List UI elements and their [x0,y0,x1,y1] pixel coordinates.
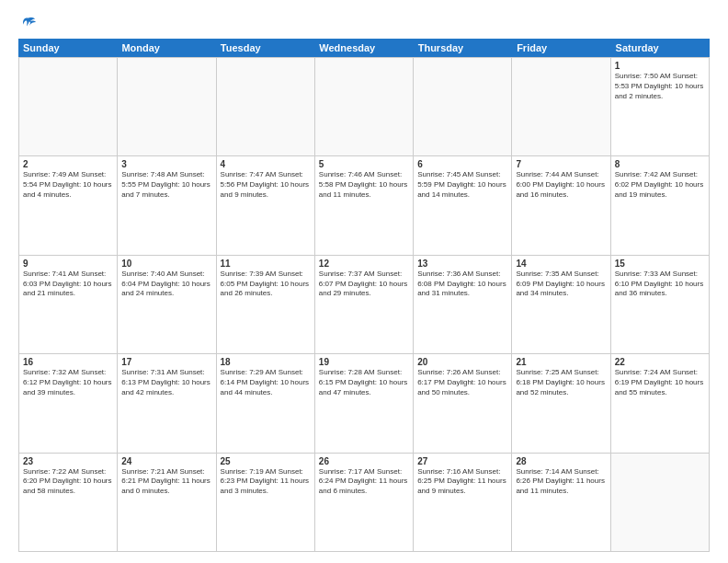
header-day-tuesday: Tuesday [216,39,314,57]
day-number: 4 [221,159,311,169]
calendar-cell-11: 11Sunrise: 7:39 AM Sunset: 6:05 PM Dayli… [217,256,315,353]
day-number: 28 [516,456,606,466]
day-number: 18 [221,357,311,367]
calendar-cell-27: 27Sunrise: 7:16 AM Sunset: 6:25 PM Dayli… [414,454,512,551]
calendar-cell-empty-4-6 [611,454,710,551]
calendar: SundayMondayTuesdayWednesdayThursdayFrid… [18,39,710,552]
calendar-cell-6: 6Sunrise: 7:45 AM Sunset: 5:59 PM Daylig… [414,156,512,254]
day-info: Sunrise: 7:25 AM Sunset: 6:18 PM Dayligh… [516,368,606,397]
day-info: Sunrise: 7:32 AM Sunset: 6:12 PM Dayligh… [23,368,113,397]
day-number: 23 [23,456,113,466]
day-number: 19 [319,357,409,367]
day-number: 16 [23,357,113,367]
day-info: Sunrise: 7:48 AM Sunset: 5:55 PM Dayligh… [121,170,211,200]
header-day-sunday: Sunday [18,39,117,57]
calendar-header: SundayMondayTuesdayWednesdayThursdayFrid… [18,39,710,57]
calendar-row-3: 9Sunrise: 7:41 AM Sunset: 6:03 PM Daylig… [19,256,710,354]
calendar-cell-24: 24Sunrise: 7:21 AM Sunset: 6:21 PM Dayli… [118,454,216,551]
logo-bird-icon [20,15,37,31]
day-number: 3 [121,159,211,169]
day-info: Sunrise: 7:49 AM Sunset: 5:54 PM Dayligh… [23,170,113,200]
day-number: 7 [516,159,606,169]
calendar-cell-13: 13Sunrise: 7:36 AM Sunset: 6:08 PM Dayli… [414,256,512,353]
day-number: 15 [615,259,705,269]
day-info: Sunrise: 7:39 AM Sunset: 6:05 PM Dayligh… [221,270,311,299]
day-info: Sunrise: 7:45 AM Sunset: 5:59 PM Dayligh… [417,170,507,200]
header-day-friday: Friday [512,39,610,57]
day-info: Sunrise: 7:19 AM Sunset: 6:23 PM Dayligh… [221,467,311,497]
page: SundayMondayTuesdayWednesdayThursdayFrid… [0,0,728,563]
day-number: 11 [221,259,311,269]
calendar-cell-25: 25Sunrise: 7:19 AM Sunset: 6:23 PM Dayli… [217,454,315,551]
day-number: 9 [23,259,113,269]
calendar-cell-28: 28Sunrise: 7:14 AM Sunset: 6:26 PM Dayli… [512,454,610,551]
day-info: Sunrise: 7:16 AM Sunset: 6:25 PM Dayligh… [417,467,507,497]
day-info: Sunrise: 7:47 AM Sunset: 5:56 PM Dayligh… [221,170,311,200]
day-number: 27 [417,456,507,466]
day-number: 10 [121,259,211,269]
calendar-cell-empty-0-5 [512,58,610,155]
day-info: Sunrise: 7:41 AM Sunset: 6:03 PM Dayligh… [23,270,113,299]
day-number: 14 [516,259,606,269]
day-info: Sunrise: 7:21 AM Sunset: 6:21 PM Dayligh… [121,467,211,497]
calendar-cell-15: 15Sunrise: 7:33 AM Sunset: 6:10 PM Dayli… [611,256,710,353]
day-number: 6 [417,159,507,169]
header-day-monday: Monday [117,39,215,57]
calendar-cell-1: 1Sunrise: 7:50 AM Sunset: 5:53 PM Daylig… [611,58,710,155]
day-number: 5 [319,159,409,169]
calendar-cell-empty-0-4 [414,58,512,155]
calendar-cell-2: 2Sunrise: 7:49 AM Sunset: 5:54 PM Daylig… [19,156,118,254]
calendar-cell-19: 19Sunrise: 7:28 AM Sunset: 6:15 PM Dayli… [315,354,414,452]
header-day-wednesday: Wednesday [314,39,413,57]
calendar-cell-3: 3Sunrise: 7:48 AM Sunset: 5:55 PM Daylig… [118,156,216,254]
header-day-saturday: Saturday [611,39,710,57]
logo-text [18,15,37,31]
calendar-cell-4: 4Sunrise: 7:47 AM Sunset: 5:56 PM Daylig… [217,156,315,254]
calendar-cell-22: 22Sunrise: 7:24 AM Sunset: 6:19 PM Dayli… [611,354,710,452]
calendar-cell-17: 17Sunrise: 7:31 AM Sunset: 6:13 PM Dayli… [118,354,216,452]
calendar-row-1: 1Sunrise: 7:50 AM Sunset: 5:53 PM Daylig… [19,58,710,156]
calendar-cell-7: 7Sunrise: 7:44 AM Sunset: 6:00 PM Daylig… [512,156,610,254]
day-info: Sunrise: 7:35 AM Sunset: 6:09 PM Dayligh… [516,270,606,299]
header [18,15,710,31]
day-info: Sunrise: 7:50 AM Sunset: 5:53 PM Dayligh… [615,72,705,101]
calendar-cell-18: 18Sunrise: 7:29 AM Sunset: 6:14 PM Dayli… [217,354,315,452]
calendar-row-5: 23Sunrise: 7:22 AM Sunset: 6:20 PM Dayli… [19,454,710,552]
calendar-cell-21: 21Sunrise: 7:25 AM Sunset: 6:18 PM Dayli… [512,354,610,452]
calendar-cell-12: 12Sunrise: 7:37 AM Sunset: 6:07 PM Dayli… [315,256,414,353]
day-number: 24 [121,456,211,466]
day-info: Sunrise: 7:37 AM Sunset: 6:07 PM Dayligh… [319,270,409,299]
day-info: Sunrise: 7:42 AM Sunset: 6:02 PM Dayligh… [615,170,705,200]
day-info: Sunrise: 7:17 AM Sunset: 6:24 PM Dayligh… [319,467,409,497]
day-info: Sunrise: 7:22 AM Sunset: 6:20 PM Dayligh… [23,467,113,497]
day-info: Sunrise: 7:44 AM Sunset: 6:00 PM Dayligh… [516,170,606,200]
calendar-cell-20: 20Sunrise: 7:26 AM Sunset: 6:17 PM Dayli… [414,354,512,452]
calendar-cell-23: 23Sunrise: 7:22 AM Sunset: 6:20 PM Dayli… [19,454,118,551]
calendar-cell-empty-0-0 [19,58,118,155]
day-number: 21 [516,357,606,367]
day-number: 26 [319,456,409,466]
day-info: Sunrise: 7:24 AM Sunset: 6:19 PM Dayligh… [615,368,705,397]
header-day-thursday: Thursday [414,39,512,57]
day-info: Sunrise: 7:40 AM Sunset: 6:04 PM Dayligh… [121,270,211,299]
day-info: Sunrise: 7:28 AM Sunset: 6:15 PM Dayligh… [319,368,409,397]
calendar-cell-14: 14Sunrise: 7:35 AM Sunset: 6:09 PM Dayli… [512,256,610,353]
calendar-cell-10: 10Sunrise: 7:40 AM Sunset: 6:04 PM Dayli… [118,256,216,353]
calendar-cell-26: 26Sunrise: 7:17 AM Sunset: 6:24 PM Dayli… [315,454,414,551]
calendar-cell-empty-0-1 [118,58,216,155]
calendar-cell-16: 16Sunrise: 7:32 AM Sunset: 6:12 PM Dayli… [19,354,118,452]
day-number: 12 [319,259,409,269]
day-number: 2 [23,159,113,169]
day-number: 25 [221,456,311,466]
day-info: Sunrise: 7:14 AM Sunset: 6:26 PM Dayligh… [516,467,606,497]
day-info: Sunrise: 7:31 AM Sunset: 6:13 PM Dayligh… [121,368,211,397]
calendar-row-2: 2Sunrise: 7:49 AM Sunset: 5:54 PM Daylig… [19,156,710,255]
calendar-cell-empty-0-2 [217,58,315,155]
day-info: Sunrise: 7:46 AM Sunset: 5:58 PM Dayligh… [319,170,409,200]
logo [18,15,37,31]
day-info: Sunrise: 7:33 AM Sunset: 6:10 PM Dayligh… [615,270,705,299]
calendar-cell-9: 9Sunrise: 7:41 AM Sunset: 6:03 PM Daylig… [19,256,118,353]
calendar-row-4: 16Sunrise: 7:32 AM Sunset: 6:12 PM Dayli… [19,354,710,453]
day-info: Sunrise: 7:26 AM Sunset: 6:17 PM Dayligh… [417,368,507,397]
calendar-cell-5: 5Sunrise: 7:46 AM Sunset: 5:58 PM Daylig… [315,156,414,254]
